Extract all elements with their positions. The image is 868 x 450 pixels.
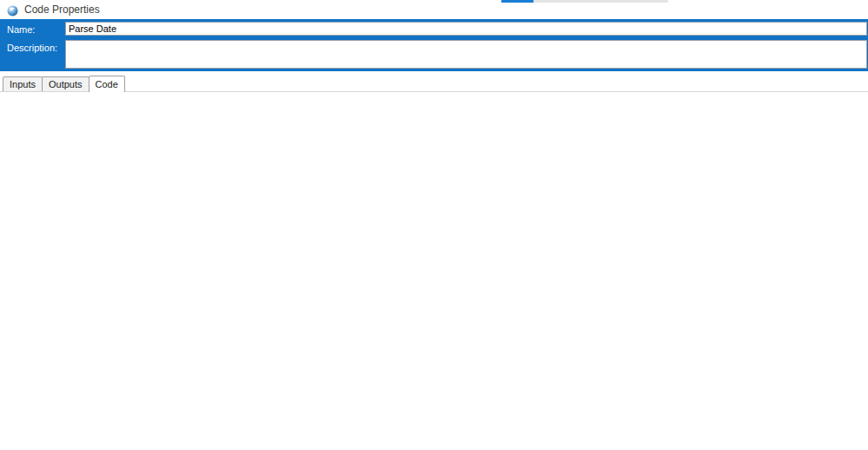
tab-strip: Inputs Outputs Code	[0, 75, 868, 91]
window-title: Code Properties	[24, 3, 100, 16]
name-input[interactable]	[65, 22, 867, 36]
properties-panel: Name: Description:	[0, 19, 868, 71]
title-bar: Code Properties	[0, 0, 868, 19]
code-tab-page	[0, 91, 868, 450]
tab-outputs[interactable]: Outputs	[42, 76, 89, 91]
tab-inputs[interactable]: Inputs	[3, 76, 43, 91]
code-stage-icon	[7, 4, 18, 16]
code-properties-window: Code Properties Name: Description: Input…	[0, 0, 868, 450]
tab-code[interactable]: Code	[89, 76, 125, 92]
description-input[interactable]	[65, 40, 867, 69]
name-label: Name:	[7, 24, 35, 35]
description-label: Description:	[7, 43, 57, 53]
